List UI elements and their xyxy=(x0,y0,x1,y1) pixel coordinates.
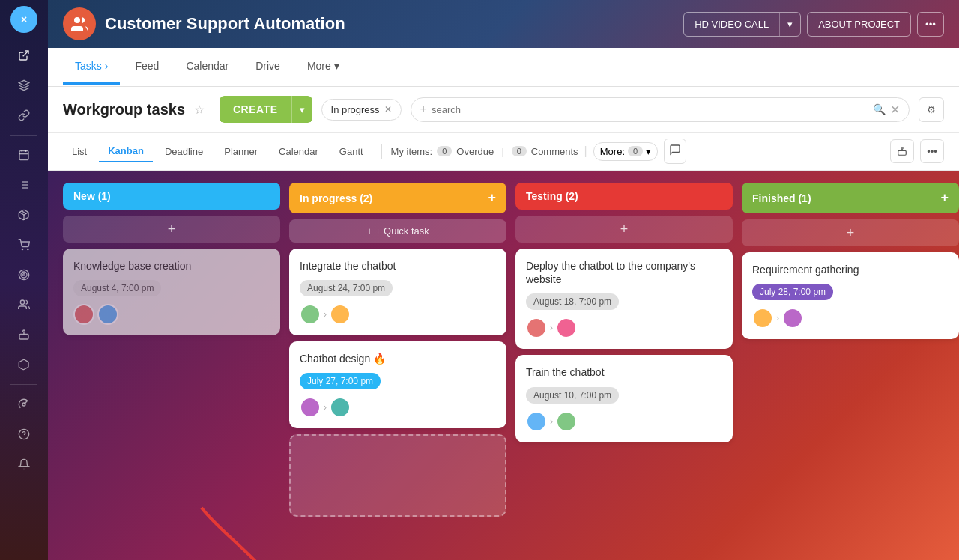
svg-rect-20 xyxy=(19,334,28,339)
project-logo xyxy=(63,7,96,40)
sidebar-icon-link[interactable] xyxy=(10,102,37,129)
new-column-add-button[interactable]: + xyxy=(63,216,280,243)
sidebar-icon-settings[interactable] xyxy=(10,391,37,418)
video-call-dropdown[interactable]: ▾ xyxy=(780,13,800,36)
svg-point-27 xyxy=(74,17,80,23)
column-title-new: New (1) xyxy=(73,190,111,202)
svg-point-29 xyxy=(901,147,903,149)
header-actions: HD VIDEO CALL ▾ ABOUT PROJECT ••• xyxy=(683,12,944,37)
sidebar-divider-2 xyxy=(10,384,37,385)
column-title-finished: Finished (1) xyxy=(752,192,811,204)
column-header-new: New (1) xyxy=(63,183,280,210)
right-toolbar-icons: ••• xyxy=(890,139,944,163)
tab-tasks[interactable]: Tasks › xyxy=(63,49,120,85)
header-more-button[interactable]: ••• xyxy=(917,12,944,37)
svg-line-0 xyxy=(23,51,28,56)
sidebar-icon-package[interactable] xyxy=(10,201,37,228)
avatar-2 xyxy=(556,411,577,432)
sidebar-icon-help[interactable] xyxy=(10,421,37,448)
card-title: Knowledge base creation xyxy=(73,259,270,273)
search-magnifier-icon[interactable]: 🔍 xyxy=(873,103,886,115)
finished-plus-icon[interactable]: + xyxy=(940,190,949,206)
column-inprogress: In progress (2) + + + Quick task Integra… xyxy=(289,183,506,548)
add-icon: + xyxy=(168,222,176,237)
view-list[interactable]: List xyxy=(63,141,96,162)
card-title: Chatbot design 🔥 xyxy=(300,352,496,365)
sidebar-icon-users[interactable] xyxy=(10,291,37,318)
comments-badge: 0 xyxy=(512,146,527,156)
sidebar-icon-target[interactable] xyxy=(10,261,37,288)
create-dropdown-button[interactable]: ▾ xyxy=(291,96,312,123)
filter-remove-icon[interactable]: ✕ xyxy=(384,104,392,115)
sidebar-icon-alert[interactable] xyxy=(10,451,37,478)
avatar-2 xyxy=(97,304,118,325)
card-avatars xyxy=(73,304,270,325)
view-gantt[interactable]: Gantt xyxy=(330,141,372,162)
card-requirement-gathering[interactable]: Requirement gathering July 28, 7:00 pm › xyxy=(742,252,959,339)
sidebar: × xyxy=(0,0,48,560)
quick-task-plus-icon: + xyxy=(366,225,372,237)
robot-icon-button[interactable] xyxy=(890,139,914,163)
tab-drive[interactable]: Drive xyxy=(243,49,292,85)
my-items-label: My items: 0 Overdue | 0 Comments xyxy=(391,146,578,157)
avatar-2 xyxy=(330,397,351,418)
card-title: Deploy the chatbot to the company's webs… xyxy=(526,259,722,286)
add-icon: + xyxy=(620,222,629,237)
tab-feed[interactable]: Feed xyxy=(123,49,171,85)
video-call-button[interactable]: HD VIDEO CALL xyxy=(684,13,780,36)
card-deploy-chatbot[interactable]: Deploy the chatbot to the company's webs… xyxy=(515,249,733,349)
search-input[interactable] xyxy=(432,104,868,115)
about-project-button[interactable]: ABOUT PROJECT xyxy=(807,12,911,37)
kanban-wrapper: New (1) + Knowledge base creation August… xyxy=(48,171,959,560)
star-icon[interactable]: ☆ xyxy=(194,103,205,117)
testing-column-add-button[interactable]: + xyxy=(515,216,733,243)
view-kanban[interactable]: Kanban xyxy=(99,141,153,162)
card-integrate-chatbot[interactable]: Integrate the chatbot August 24, 7:00 pm… xyxy=(289,249,506,335)
chat-view-button[interactable] xyxy=(664,139,686,164)
column-title-inprogress: In progress (2) xyxy=(300,192,372,204)
sidebar-icon-cart[interactable] xyxy=(10,231,37,258)
column-inprogress-plus[interactable]: + xyxy=(488,190,496,206)
toolbar: Workgroup tasks ☆ CREATE ▾ In progress ✕… xyxy=(48,87,959,133)
sidebar-icon-external[interactable] xyxy=(10,42,37,69)
tab-more[interactable]: More ▾ xyxy=(295,49,351,85)
sidebar-icon-box[interactable] xyxy=(10,351,37,378)
finished-column-add-button[interactable]: + xyxy=(742,219,959,246)
tab-calendar[interactable]: Calendar xyxy=(174,49,240,85)
more-options-button[interactable]: ••• xyxy=(920,139,944,163)
view-deadline[interactable]: Deadline xyxy=(156,141,212,162)
sidebar-icon-calendar[interactable] xyxy=(10,141,37,168)
quick-task-button[interactable]: + + Quick task xyxy=(289,219,506,243)
avatar-2 xyxy=(330,304,351,325)
sidebar-icon-layers[interactable] xyxy=(10,72,37,99)
avatar-1 xyxy=(526,411,547,432)
view-planner[interactable]: Planner xyxy=(215,141,267,162)
filter-inprogress[interactable]: In progress ✕ xyxy=(321,99,402,121)
view-options-bar: List Kanban Deadline Planner Calendar Ga… xyxy=(48,133,959,171)
card-avatars: › xyxy=(300,397,496,418)
card-train-chatbot[interactable]: Train the chatbot August 10, 7:00 pm › xyxy=(515,355,733,442)
svg-point-17 xyxy=(21,272,27,278)
create-button[interactable]: CREATE xyxy=(220,96,291,123)
more-filter-button[interactable]: More: 0 ▾ xyxy=(593,142,658,161)
column-header-inprogress: In progress (2) + xyxy=(289,183,506,213)
sidebar-icon-bot[interactable] xyxy=(10,321,37,348)
card-knowledge-base-new[interactable]: Knowledge base creation August 4, 7:00 p… xyxy=(63,249,280,335)
search-area: + 🔍 ✕ xyxy=(411,97,910,122)
view-calendar[interactable]: Calendar xyxy=(270,141,327,162)
search-plus-icon: + xyxy=(420,103,427,116)
column-finished: Finished (1) + + Requirement gathering J… xyxy=(742,183,959,548)
sidebar-icon-list[interactable] xyxy=(10,171,37,198)
settings-button[interactable]: ⚙ xyxy=(919,97,944,122)
card-title: Integrate the chatbot xyxy=(300,259,496,273)
svg-point-19 xyxy=(20,300,24,304)
view-divider xyxy=(381,144,382,159)
card-chatbot-design[interactable]: Chatbot design 🔥 July 27, 7:00 pm › xyxy=(289,341,506,428)
search-clear-icon[interactable]: ✕ xyxy=(890,103,900,117)
svg-line-12 xyxy=(22,211,26,213)
filter-label: In progress xyxy=(331,104,380,115)
header-left: Customer Support Automation xyxy=(63,7,345,40)
sidebar-close-button[interactable]: × xyxy=(10,6,37,33)
card-avatars: › xyxy=(752,308,949,329)
svg-marker-1 xyxy=(19,80,28,85)
